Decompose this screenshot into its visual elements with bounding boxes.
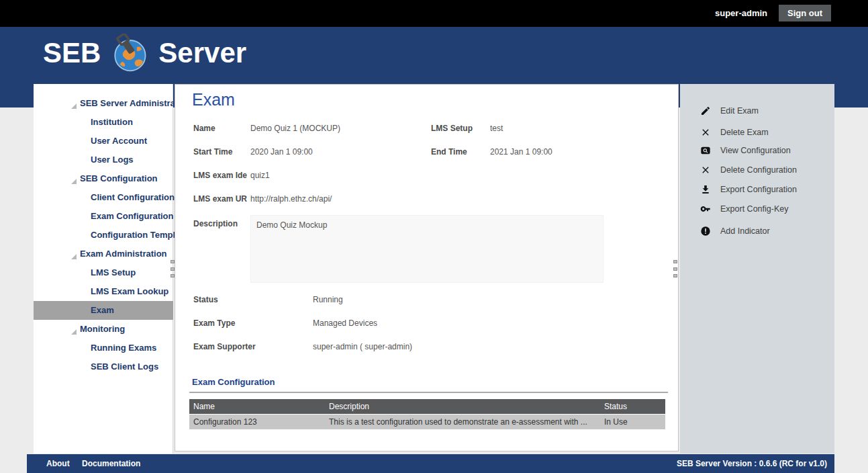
lms-exam-url-label: LMS exam UR	[193, 194, 247, 204]
x-icon	[700, 127, 711, 138]
export-config-key-action[interactable]: Export Config-Key	[680, 203, 834, 216]
name-label: Name	[193, 124, 215, 133]
navigation-sidebar: SEB Server Administration Institution Us…	[34, 84, 173, 454]
exam-type-label: Exam Type	[193, 318, 235, 328]
sidebar-item-lms-exam-lookup[interactable]: LMS Exam Lookup	[34, 282, 173, 301]
view-configuration-icon	[700, 145, 711, 156]
exam-configuration-section-title: Exam Configuration	[192, 377, 275, 387]
sidebar-item-lms-setup[interactable]: LMS Setup	[34, 263, 173, 282]
tree-expander-icon[interactable]	[71, 254, 77, 259]
sidebar-item-configuration-template[interactable]: Configuration Template	[34, 226, 173, 245]
sidebar-item-user-account[interactable]: User Account	[34, 132, 173, 150]
logo-text-seb: SEB	[43, 37, 101, 69]
table-divider	[189, 392, 668, 393]
exam-supporter-label: Exam Supporter	[193, 342, 256, 351]
end-time-value: 2021 Jan 1 09:00	[490, 147, 552, 157]
view-configuration-action[interactable]: View Configuration	[680, 144, 834, 158]
exam-supporter-value: super-admin ( super-admin)	[313, 342, 412, 351]
about-link[interactable]: About	[46, 459, 70, 468]
export-configuration-action[interactable]: Export Configuration	[680, 183, 834, 197]
sidebar-item-monitoring[interactable]: Monitoring	[34, 320, 173, 339]
sidebar-item-running-exams[interactable]: Running Exams	[34, 339, 173, 357]
name-value: Demo Quiz 1 (MOCKUP)	[250, 124, 340, 133]
table-header-name[interactable]: Name	[193, 399, 215, 414]
table-header-row: Name Description Status	[189, 399, 665, 414]
lms-exam-id-label: LMS exam Ide	[193, 171, 247, 180]
lms-setup-value: test	[490, 124, 503, 133]
action-panel: Edit Exam Delete Exam View Configuration…	[680, 84, 834, 454]
lms-exam-url-value: http://ralph.ethz.ch/api/	[250, 194, 332, 204]
sign-out-button[interactable]: Sign out	[779, 5, 831, 22]
sidebar-item-seb-server-administration[interactable]: SEB Server Administration	[34, 94, 173, 113]
config-status-cell: In Use	[604, 415, 628, 429]
globe-lock-icon	[110, 34, 149, 73]
x-icon	[700, 165, 711, 175]
edit-exam-action[interactable]: Edit Exam	[680, 105, 834, 118]
table-header-status[interactable]: Status	[604, 399, 627, 414]
table-header-description[interactable]: Description	[329, 399, 369, 414]
pencil-icon	[700, 105, 711, 116]
sidebar-item-user-logs[interactable]: User Logs	[34, 150, 173, 169]
sidebar-splitter-handle[interactable]	[171, 260, 176, 277]
sidebar-item-institution[interactable]: Institution	[34, 113, 173, 132]
sidebar-item-exam-selected[interactable]: Exam	[34, 301, 173, 320]
sidebar-item-seb-client-logs[interactable]: SEB Client Logs	[34, 357, 173, 376]
server-version-text: SEB Server Version : 0.6.6 (RC for v1.0)	[677, 459, 827, 468]
table-row[interactable]: Configuration 123 This is a test configu…	[189, 415, 665, 429]
delete-exam-action[interactable]: Delete Exam	[680, 126, 834, 140]
top-bar: super-admin Sign out	[0, 0, 868, 27]
sidebar-item-exam-configuration[interactable]: Exam Configuration	[34, 207, 173, 226]
add-indicator-action[interactable]: Add Indicator	[680, 225, 834, 239]
start-time-label: Start Time	[193, 147, 232, 157]
documentation-link[interactable]: Documentation	[82, 459, 140, 468]
tree-expander-icon[interactable]	[71, 179, 77, 184]
exam-type-value: Managed Devices	[313, 318, 377, 328]
status-label: Status	[193, 295, 218, 304]
description-textarea: Demo Quiz Mockup	[250, 215, 604, 283]
config-name-cell: Configuration 123	[193, 415, 257, 429]
page-title: Exam	[192, 90, 235, 110]
end-time-label: End Time	[431, 147, 467, 157]
exam-detail-panel: Exam Name Demo Quiz 1 (MOCKUP) LMS Setup…	[175, 84, 679, 452]
tree-expander-icon[interactable]	[71, 103, 77, 109]
sidebar-item-client-configuration[interactable]: Client Configuration	[34, 188, 173, 207]
sidebar-item-exam-administration[interactable]: Exam Administration	[34, 245, 173, 263]
footer-bar: About Documentation SEB Server Version :…	[27, 454, 834, 473]
seb-server-logo: SEB Server	[43, 34, 246, 73]
lms-exam-id-value: quiz1	[250, 171, 270, 180]
delete-configuration-action[interactable]: Delete Configuration	[680, 164, 834, 177]
config-description-cell: This is a test configuration used to dem…	[329, 415, 587, 429]
exam-configuration-table: Name Description Status Configuration 12…	[189, 399, 665, 429]
key-icon	[700, 204, 711, 214]
status-value: Running	[313, 295, 343, 304]
start-time-value: 2020 Jan 1 09:00	[250, 147, 313, 157]
exclamation-icon	[700, 226, 711, 236]
tree-expander-icon[interactable]	[71, 329, 77, 335]
description-label: Description	[193, 219, 238, 228]
download-icon	[700, 184, 711, 195]
logged-in-username: super-admin	[715, 8, 767, 18]
sidebar-item-seb-configuration[interactable]: SEB Configuration	[34, 169, 173, 188]
action-panel-splitter-handle[interactable]	[673, 260, 679, 277]
lms-setup-label: LMS Setup	[431, 124, 473, 133]
logo-text-server: Server	[158, 37, 246, 69]
